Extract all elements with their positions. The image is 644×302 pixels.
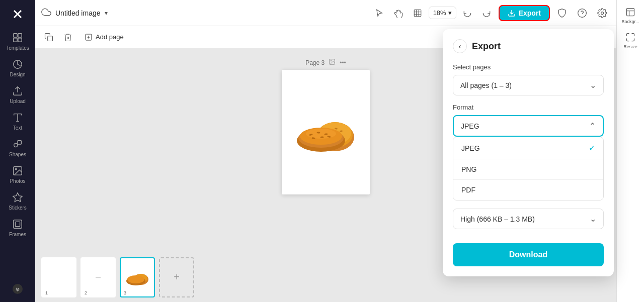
hand-tool-button[interactable] bbox=[390, 5, 407, 21]
topbar: Untitled image ▾ 18% ▾ bbox=[35, 0, 616, 26]
svg-point-14 bbox=[601, 12, 604, 14]
pages-value: All pages (1 – 3) bbox=[460, 81, 512, 89]
format-option-pdf[interactable]: PDF bbox=[453, 179, 603, 200]
sidebar-item-upload[interactable]: Upload bbox=[0, 81, 35, 108]
background-label: Backgr... bbox=[621, 19, 639, 24]
svg-rect-3 bbox=[18, 38, 22, 42]
sidebar-item-stickers[interactable]: Stickers bbox=[0, 188, 35, 215]
svg-rect-15 bbox=[48, 36, 53, 41]
svg-point-41 bbox=[127, 275, 144, 283]
topbar-cloud-icon bbox=[41, 7, 51, 19]
document-title: Untitled image bbox=[55, 9, 101, 17]
svg-rect-12 bbox=[414, 10, 421, 17]
format-option-jpeg[interactable]: JPEG ✓ bbox=[453, 137, 603, 159]
add-page-button[interactable]: Add page bbox=[79, 31, 129, 43]
thumbnail-2[interactable]: – 2 bbox=[80, 257, 116, 297]
format-chevron-icon: ⌃ bbox=[589, 121, 596, 131]
pages-select[interactable]: All pages (1 – 3) ⌄ bbox=[453, 75, 604, 95]
sidebar-item-text[interactable]: Text bbox=[0, 108, 35, 135]
svg-rect-0 bbox=[14, 34, 17, 37]
format-png-label: PNG bbox=[461, 165, 476, 173]
shield-icon-btn[interactable] bbox=[554, 5, 570, 21]
thumbnail-1[interactable]: 1 bbox=[41, 257, 76, 297]
delete-page-button[interactable] bbox=[60, 30, 75, 45]
resize-panel-item[interactable]: Resize bbox=[618, 29, 642, 52]
quality-chevron-icon: ⌄ bbox=[590, 214, 596, 224]
export-button[interactable]: Export bbox=[499, 5, 550, 21]
format-option-png[interactable]: PNG bbox=[453, 159, 603, 179]
pages-section: Select pages All pages (1 – 3) ⌄ bbox=[453, 63, 604, 95]
sidebar-item-templates[interactable]: Templates bbox=[0, 28, 35, 55]
format-dropdown: JPEG ✓ PNG PDF bbox=[453, 137, 604, 200]
svg-rect-1 bbox=[18, 34, 22, 37]
format-selected-value: JPEG bbox=[461, 122, 479, 130]
svg-rect-6 bbox=[18, 141, 21, 144]
add-page-label: Add page bbox=[96, 33, 124, 41]
resize-label: Resize bbox=[623, 44, 637, 49]
quality-value: High (666 KB – 1.3 MB) bbox=[460, 215, 535, 223]
svg-rect-10 bbox=[14, 220, 22, 229]
help-icon-btn[interactable] bbox=[574, 5, 590, 21]
format-jpeg-check-icon: ✓ bbox=[589, 143, 595, 153]
export-header: ‹ Export bbox=[453, 39, 604, 53]
duplicate-page-button[interactable] bbox=[41, 30, 56, 45]
svg-point-5 bbox=[14, 143, 18, 147]
pages-section-label: Select pages bbox=[453, 63, 604, 71]
export-panel-title: Export bbox=[472, 41, 501, 52]
topbar-tools: 18% ▾ bbox=[371, 5, 495, 21]
svg-point-8 bbox=[15, 168, 17, 170]
app-logo[interactable] bbox=[8, 4, 28, 24]
left-sidebar: Templates Design Upload Text Shapes Phot… bbox=[0, 0, 35, 302]
frame-tool-button[interactable] bbox=[410, 5, 426, 21]
sidebar-item-frames[interactable]: Frames bbox=[0, 215, 35, 241]
format-select[interactable]: JPEG ⌃ bbox=[453, 115, 604, 137]
pages-chevron-icon: ⌄ bbox=[590, 80, 596, 90]
select-tool-button[interactable] bbox=[371, 5, 387, 21]
page-wrapper: Page 3 ••• bbox=[282, 58, 370, 194]
sidebar-item-shapes[interactable]: Shapes bbox=[0, 135, 35, 161]
download-button[interactable]: Download bbox=[453, 243, 604, 266]
svg-point-13 bbox=[578, 9, 587, 17]
sidebar-item-photos[interactable]: Photos bbox=[0, 161, 35, 188]
page-label: Page 3 bbox=[305, 59, 325, 66]
svg-marker-9 bbox=[13, 193, 22, 202]
quality-section: High (666 KB – 1.3 MB) ⌄ bbox=[453, 209, 604, 229]
export-panel: ‹ Export Select pages All pages (1 – 3) … bbox=[443, 29, 614, 276]
page-thumbnail-icon bbox=[329, 58, 336, 67]
page-more-icon[interactable]: ••• bbox=[340, 59, 346, 66]
zoom-chevron-icon: ▾ bbox=[448, 9, 452, 17]
topbar-logo-area: Untitled image ▾ bbox=[41, 7, 108, 19]
format-section-label: Format bbox=[453, 104, 604, 111]
svg-point-19 bbox=[331, 60, 332, 61]
zoom-control[interactable]: 18% ▾ bbox=[429, 7, 456, 19]
right-panel: Backgr... Resize bbox=[616, 0, 644, 302]
thumbnail-3[interactable]: 3 bbox=[120, 257, 155, 297]
svg-rect-2 bbox=[14, 38, 17, 42]
zoom-value: 18% bbox=[433, 9, 446, 17]
undo-button[interactable] bbox=[459, 5, 475, 21]
thumbnail-2-dash: – bbox=[96, 272, 101, 282]
background-panel-item[interactable]: Backgr... bbox=[618, 4, 642, 27]
page-header: Page 3 ••• bbox=[305, 58, 346, 67]
export-back-button[interactable]: ‹ bbox=[453, 39, 467, 53]
svg-rect-42 bbox=[627, 9, 634, 16]
format-jpeg-label: JPEG bbox=[461, 144, 480, 152]
quality-select[interactable]: High (666 KB – 1.3 MB) ⌄ bbox=[453, 209, 604, 229]
export-button-label: Export bbox=[519, 9, 541, 17]
svg-rect-11 bbox=[15, 222, 20, 226]
settings-icon-btn[interactable] bbox=[594, 5, 610, 21]
thumbnail-add[interactable]: + bbox=[159, 257, 194, 297]
format-pdf-label: PDF bbox=[461, 186, 475, 194]
sidebar-item-design[interactable]: Design bbox=[0, 55, 35, 81]
title-chevron-icon[interactable]: ▾ bbox=[105, 10, 108, 17]
sidebar-collapse-btn[interactable] bbox=[13, 284, 23, 294]
page-canvas[interactable] bbox=[282, 70, 370, 194]
format-section: Format JPEG ⌃ JPEG ✓ PNG PDF bbox=[453, 104, 604, 200]
redo-button[interactable] bbox=[478, 5, 495, 21]
